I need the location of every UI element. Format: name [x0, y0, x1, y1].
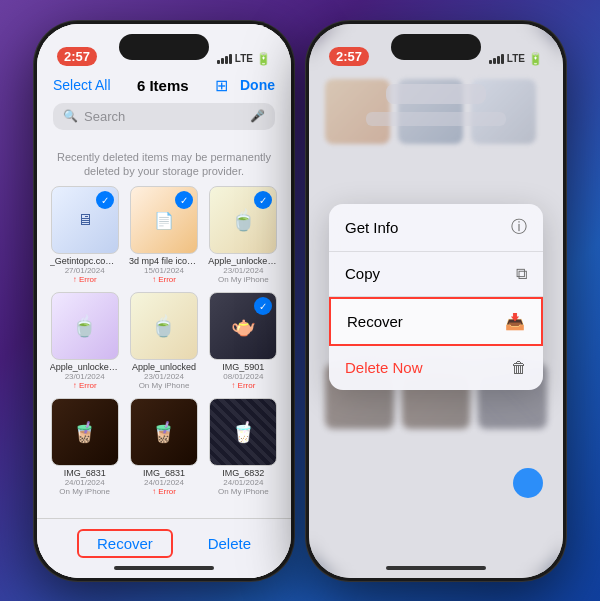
phones-container: 2:57 LTE 🔋 Select All	[34, 21, 566, 581]
search-bar[interactable]: 🔍 Search 🎤	[53, 103, 275, 130]
info-icon: ⓘ	[511, 217, 527, 238]
signal-bars-right	[489, 54, 504, 64]
grid-icon[interactable]: ⊞	[215, 76, 228, 95]
files-grid: 🖥 ✓ _Getintopc.com_Micro...2023 27/01/20…	[37, 186, 291, 496]
copy-label: Copy	[345, 265, 380, 282]
file-thumbnail: 🧋	[130, 398, 198, 466]
phone-right: 2:57 LTE 🔋	[306, 21, 566, 581]
file-status: ↑ Error	[152, 487, 176, 496]
deleted-notice: Recently deleted items may be permanentl…	[37, 146, 291, 187]
recover-icon: 📥	[505, 312, 525, 331]
file-thumbnail: 📄 ✓	[130, 186, 198, 254]
file-status: ↑ Error	[73, 381, 97, 390]
battery-icon-left: 🔋	[256, 52, 271, 66]
get-info-label: Get Info	[345, 219, 398, 236]
file-name: IMG_5901	[222, 362, 264, 372]
file-status: ↑ Error	[152, 275, 176, 284]
home-indicator-left	[114, 566, 214, 570]
delete-now-menu-item[interactable]: Delete Now 🗑	[329, 346, 543, 390]
file-date: 23/01/2024	[223, 266, 263, 275]
files-nav: Select All 6 Items ⊞ Done	[53, 76, 275, 95]
list-item[interactable]: 🧋 IMG_6831 24/01/2024 On My iPhone	[49, 398, 120, 496]
file-status: ↑ Error	[231, 381, 255, 390]
file-thumbnail: 🍵	[130, 292, 198, 360]
battery-icon-right: 🔋	[528, 52, 543, 66]
recover-menu-item[interactable]: Recover 📥	[329, 297, 543, 346]
file-name: 3d mp4 file icon illustr...PNG	[129, 256, 199, 266]
list-item[interactable]: 🧋 IMG_6832 24/01/2024 On My iPhone	[208, 398, 279, 496]
delete-button[interactable]: Delete	[208, 535, 251, 552]
file-thumbnail: 🧋	[51, 398, 119, 466]
thumb-img: 🧋	[131, 399, 197, 465]
lte-indicator-right: LTE	[507, 53, 525, 64]
status-time-right: 2:57	[329, 47, 369, 66]
list-item[interactable]: 🫖 ✓ IMG_5901 08/01/2024 ↑ Error	[208, 292, 279, 390]
signal-bar-r1	[489, 60, 492, 64]
file-status: ↑ Error	[73, 275, 97, 284]
files-nav-right: ⊞ Done	[215, 76, 275, 95]
check-mark: ✓	[96, 191, 114, 209]
search-placeholder: Search	[84, 109, 125, 124]
mic-icon: 🎤	[250, 109, 265, 123]
delete-now-label: Delete Now	[345, 359, 423, 376]
status-icons-left: LTE 🔋	[217, 52, 271, 66]
signal-bar-3	[225, 56, 228, 64]
status-time-left: 2:57	[57, 47, 97, 66]
signal-bar-1	[217, 60, 220, 64]
file-date: 15/01/2024	[144, 266, 184, 275]
phone-left-inner: 2:57 LTE 🔋 Select All	[37, 24, 291, 578]
file-name: IMG_6831	[64, 468, 106, 478]
thumb-img: 🧋	[210, 399, 276, 465]
blurred-subtitle	[366, 112, 506, 126]
file-thumbnail: 🍵	[51, 292, 119, 360]
file-thumbnail: 🧋	[209, 398, 277, 466]
thumb-img: 🧋	[52, 399, 118, 465]
file-thumbnail: 🍵 ✓	[209, 186, 277, 254]
dynamic-island-left	[119, 34, 209, 60]
signal-bar-r2	[493, 58, 496, 64]
file-status: On My iPhone	[218, 275, 269, 284]
copy-menu-item[interactable]: Copy ⧉	[329, 252, 543, 297]
file-date: 24/01/2024	[223, 478, 263, 487]
signal-bar-4	[229, 54, 232, 64]
file-date: 27/01/2024	[65, 266, 105, 275]
scroll-indicator	[513, 468, 543, 498]
file-thumbnail: 🖥 ✓	[51, 186, 119, 254]
file-name: Apple_unlocked 3	[50, 362, 120, 372]
file-date: 23/01/2024	[144, 372, 184, 381]
check-mark: ✓	[175, 191, 193, 209]
phone-right-inner: 2:57 LTE 🔋	[309, 24, 563, 578]
phone-left: 2:57 LTE 🔋 Select All	[34, 21, 294, 581]
list-item[interactable]: 🍵 Apple_unlocked 23/01/2024 On My iPhone	[128, 292, 199, 390]
file-date: 24/01/2024	[144, 478, 184, 487]
phone2-header	[309, 76, 563, 134]
files-title: 6 Items	[137, 77, 189, 94]
list-item[interactable]: 🍵 ✓ Apple_unlocked 2 23/01/2024 On My iP…	[208, 186, 279, 284]
list-item[interactable]: 🍵 Apple_unlocked 3 23/01/2024 ↑ Error	[49, 292, 120, 390]
blurred-title	[386, 84, 486, 104]
status-icons-right: LTE 🔋	[489, 52, 543, 66]
file-date: 23/01/2024	[65, 372, 105, 381]
file-name: IMG_6832	[222, 468, 264, 478]
list-item[interactable]: 🖥 ✓ _Getintopc.com_Micro...2023 27/01/20…	[49, 186, 120, 284]
list-item[interactable]: 📄 ✓ 3d mp4 file icon illustr...PNG 15/01…	[128, 186, 199, 284]
file-name: Apple_unlocked 2	[208, 256, 278, 266]
signal-bars-left	[217, 54, 232, 64]
file-name: IMG_6831	[143, 468, 185, 478]
home-indicator-right	[386, 566, 486, 570]
file-thumbnail: 🫖 ✓	[209, 292, 277, 360]
file-date: 24/01/2024	[65, 478, 105, 487]
lte-indicator-left: LTE	[235, 53, 253, 64]
signal-bar-r4	[501, 54, 504, 64]
thumb-img: 🍵	[52, 293, 118, 359]
list-item[interactable]: 🧋 IMG_6831 24/01/2024 ↑ Error	[128, 398, 199, 496]
file-name: _Getintopc.com_Micro...2023	[50, 256, 120, 266]
files-app-screen: Select All 6 Items ⊞ Done 🔍 Search 🎤 Rec…	[37, 24, 291, 578]
trash-icon: 🗑	[511, 359, 527, 377]
file-status: On My iPhone	[59, 487, 110, 496]
recover-button[interactable]: Recover	[77, 529, 173, 558]
get-info-menu-item[interactable]: Get Info ⓘ	[329, 204, 543, 252]
select-all-button[interactable]: Select All	[53, 77, 111, 93]
thumb-img: 🍵	[131, 293, 197, 359]
done-button[interactable]: Done	[240, 77, 275, 93]
